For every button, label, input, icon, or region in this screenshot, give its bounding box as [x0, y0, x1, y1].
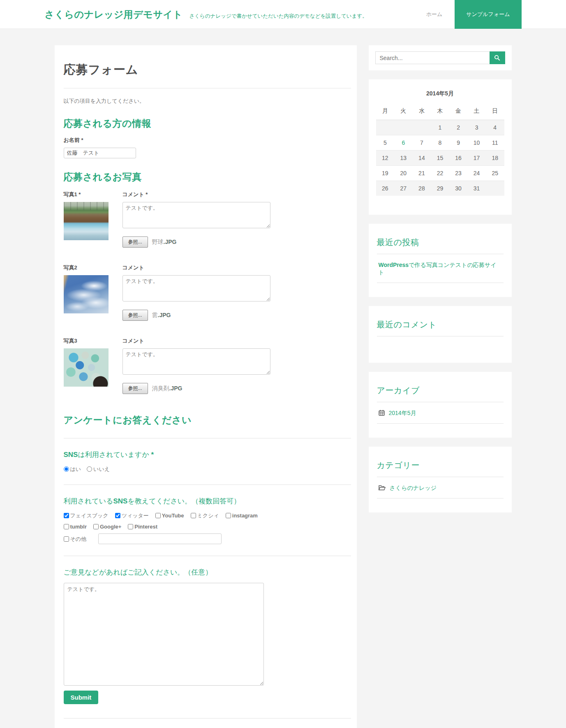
sns-checkbox-option[interactable]: tumblr: [64, 524, 87, 530]
checkbox-input[interactable]: [191, 513, 196, 518]
radio-label: はい: [70, 466, 81, 472]
checkbox-input[interactable]: [64, 513, 69, 518]
sns-checkbox-option[interactable]: ツィッター: [115, 512, 149, 519]
sns-checkbox-option[interactable]: Google+: [93, 524, 121, 530]
checkbox-input[interactable]: [115, 513, 120, 518]
nav-item-home[interactable]: ホーム: [426, 11, 443, 18]
checkbox-label: Google+: [100, 524, 121, 530]
categories-widget: カテゴリー さくらのナレッジ: [369, 447, 512, 512]
photo1-label: 写真1 *: [64, 191, 122, 198]
comment2-label: コメント: [122, 264, 351, 271]
checkbox-input[interactable]: [128, 524, 133, 529]
calendar-day: 1: [431, 120, 449, 135]
archive-link[interactable]: 2014年5月: [389, 410, 416, 416]
opinion-textarea[interactable]: テストです。: [64, 583, 264, 686]
radio-input[interactable]: [64, 466, 69, 472]
sns-usage-radio-group: はいいいえ: [64, 465, 351, 473]
divider: [64, 718, 351, 719]
browse-button-1[interactable]: 参照...: [122, 236, 148, 248]
folder-icon: [379, 485, 386, 492]
page-title: 応募フォーム: [64, 59, 351, 88]
comment3-label: コメント: [122, 337, 351, 345]
calendar-day: 12: [376, 151, 395, 166]
calendar-day: 29: [431, 181, 449, 196]
calendar-day-header: 火: [394, 104, 413, 120]
calendar-table: 2014年5月 月火水木金土日 123456789101112131415161…: [376, 88, 504, 196]
sns-checkbox-option[interactable]: instagram: [226, 512, 258, 519]
sns-radio-option[interactable]: はい: [64, 466, 81, 472]
checkbox-label: フェイスブック: [70, 512, 109, 519]
calendar-day: 30: [449, 181, 468, 196]
calendar-day: 24: [467, 166, 486, 181]
calendar-empty-cell: [376, 120, 395, 135]
calendar-day-link[interactable]: 6: [394, 135, 413, 151]
sidebar: 2014年5月 月火水木金土日 123456789101112131415161…: [369, 45, 512, 522]
calendar-empty-cell: [394, 120, 413, 135]
sns-checkbox-option[interactable]: Pinterest: [128, 524, 157, 530]
sns-checkbox-option[interactable]: フェイスブック: [64, 512, 109, 519]
comment2-textarea[interactable]: テストです。: [122, 275, 270, 301]
recent-posts-title: 最近の投稿: [377, 237, 504, 254]
recent-post-link[interactable]: WordPressで作る写真コンテストの応募サイト: [379, 262, 497, 276]
calendar-day: 25: [486, 166, 504, 181]
search-widget: [369, 45, 512, 70]
checkbox-label: Pinterest: [134, 524, 157, 530]
calendar-icon: [379, 410, 385, 417]
calendar-day-header: 月: [376, 104, 395, 120]
sns-other-row: その他: [64, 533, 351, 544]
calendar-day: 5: [376, 135, 395, 151]
name-label: お名前 *: [64, 137, 351, 144]
calendar-day: 23: [449, 166, 468, 181]
divider: [64, 438, 351, 438]
calendar-day: 28: [413, 181, 431, 196]
main-content-card: 応募フォーム 以下の項目を入力してください。 応募される方の情報 お名前 * 応…: [55, 45, 357, 728]
comment3-textarea[interactable]: テストです。: [122, 348, 270, 375]
sns-radio-option[interactable]: いいえ: [87, 466, 110, 472]
calendar-day: 9: [449, 135, 468, 151]
photo2-thumbnail: [64, 275, 109, 313]
calendar-day: 15: [431, 151, 449, 166]
sns-other-input[interactable]: [98, 533, 222, 544]
list-item: 2014年5月: [377, 402, 504, 424]
calendar-day-header: 日: [486, 104, 504, 120]
calendar-day: 3: [467, 120, 486, 135]
divider: [64, 485, 351, 485]
search-input[interactable]: [375, 51, 490, 64]
radio-input[interactable]: [87, 466, 92, 472]
comment1-textarea[interactable]: テストです。: [122, 202, 270, 228]
photo2-label: 写真2: [64, 264, 122, 271]
checkbox-input[interactable]: [226, 513, 231, 518]
sns-checkbox-option[interactable]: YouTube: [155, 512, 184, 519]
sns-checkbox-option[interactable]: ミクシィ: [191, 512, 219, 519]
categories-title: カテゴリー: [377, 460, 504, 477]
calendar-day: 31: [467, 181, 486, 196]
checkbox-input[interactable]: [155, 513, 161, 518]
photo-row-1: 写真1 * コメント * テストです。 参照... 野球.JPG: [64, 191, 351, 248]
opinion-question: ご意見などがあればご記入ください。（任意）: [64, 568, 351, 577]
sns-other-option[interactable]: その他: [64, 536, 88, 542]
sns-other-checkbox[interactable]: [64, 536, 69, 542]
browse-button-3[interactable]: 参照...: [122, 383, 148, 394]
section-person-info: 応募される方の情報: [64, 117, 351, 130]
checkbox-input[interactable]: [93, 524, 99, 529]
list-item: さくらのナレッジ: [377, 477, 504, 498]
name-input[interactable]: [64, 148, 136, 158]
sns-checkbox-rows: フェイスブックツィッターYouTubeミクシィinstagramtumblrGo…: [64, 512, 351, 530]
site-tagline: さくらのナレッジで書かせていただいた内容のデモなどを設置しています。: [189, 13, 367, 20]
checkbox-label: ツィッター: [122, 512, 149, 519]
radio-label: いいえ: [93, 466, 110, 472]
submit-button[interactable]: Submit: [64, 691, 99, 704]
calendar-day-header: 土: [467, 104, 486, 120]
checkbox-input[interactable]: [64, 524, 69, 529]
category-link[interactable]: さくらのナレッジ: [390, 485, 437, 491]
nav-item-sample-form[interactable]: サンプルフォーム: [455, 0, 521, 29]
required-mark: *: [146, 191, 148, 197]
calendar-day: 17: [467, 151, 486, 166]
browse-button-2[interactable]: 参照...: [122, 310, 148, 321]
calendar-caption: 2014年5月: [376, 88, 504, 104]
checkbox-label: YouTube: [162, 512, 184, 519]
calendar-empty-cell: [413, 120, 431, 135]
recent-comments-widget: 最近のコメント: [369, 306, 512, 363]
search-button[interactable]: [490, 51, 505, 64]
section-photos: 応募されるお写真: [64, 171, 351, 183]
